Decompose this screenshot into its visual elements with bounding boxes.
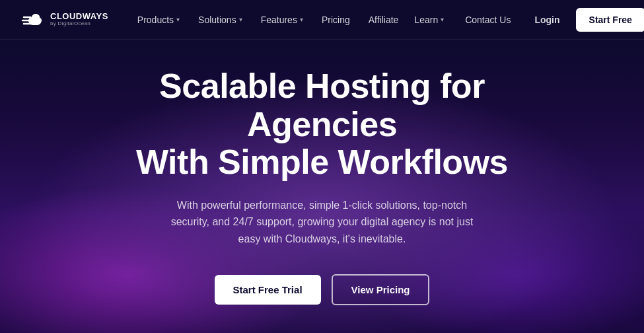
nav-menu: Products ▾ Solutions ▾ Features ▾ Pricin… — [129, 9, 407, 30]
start-free-trial-button[interactable]: Start Free Trial — [215, 275, 321, 305]
nav-item-affiliate[interactable]: Affiliate — [361, 9, 407, 30]
start-free-button[interactable]: Start Free — [576, 8, 644, 32]
logo-icon — [21, 8, 45, 32]
login-button[interactable]: Login — [524, 9, 570, 30]
brand-name: CLOUDWAYS — [50, 12, 108, 21]
nav-item-learn[interactable]: Learn ▾ — [406, 9, 452, 30]
chevron-down-icon: ▾ — [300, 16, 303, 23]
chevron-down-icon: ▾ — [441, 16, 444, 23]
chevron-down-icon: ▾ — [176, 16, 180, 23]
hero-section: Scalable Hosting for Agencies With Simpl… — [0, 40, 644, 333]
hero-buttons: Start Free Trial View Pricing — [132, 274, 512, 305]
hero-content: Scalable Hosting for Agencies With Simpl… — [132, 67, 512, 305]
hero-subtitle: With powerful performance, simple 1-clic… — [164, 197, 481, 248]
nav-item-solutions[interactable]: Solutions ▾ — [190, 9, 250, 30]
chevron-down-icon: ▾ — [239, 16, 242, 23]
view-pricing-button[interactable]: View Pricing — [332, 274, 430, 305]
nav-item-features[interactable]: Features ▾ — [253, 9, 311, 30]
logo[interactable]: CLOUDWAYS by DigitalOcean — [21, 8, 108, 32]
nav-item-products[interactable]: Products ▾ — [129, 9, 188, 30]
nav-left: CLOUDWAYS by DigitalOcean Products ▾ Sol… — [21, 8, 406, 32]
hero-title: Scalable Hosting for Agencies With Simpl… — [132, 67, 512, 181]
navbar: CLOUDWAYS by DigitalOcean Products ▾ Sol… — [0, 0, 644, 40]
nav-right: Learn ▾ Contact Us Login Start Free — [406, 8, 644, 32]
nav-item-contact[interactable]: Contact Us — [457, 9, 519, 30]
brand-tagline: by DigitalOcean — [50, 21, 108, 27]
logo-text: CLOUDWAYS by DigitalOcean — [50, 12, 108, 27]
nav-item-pricing[interactable]: Pricing — [314, 9, 358, 30]
